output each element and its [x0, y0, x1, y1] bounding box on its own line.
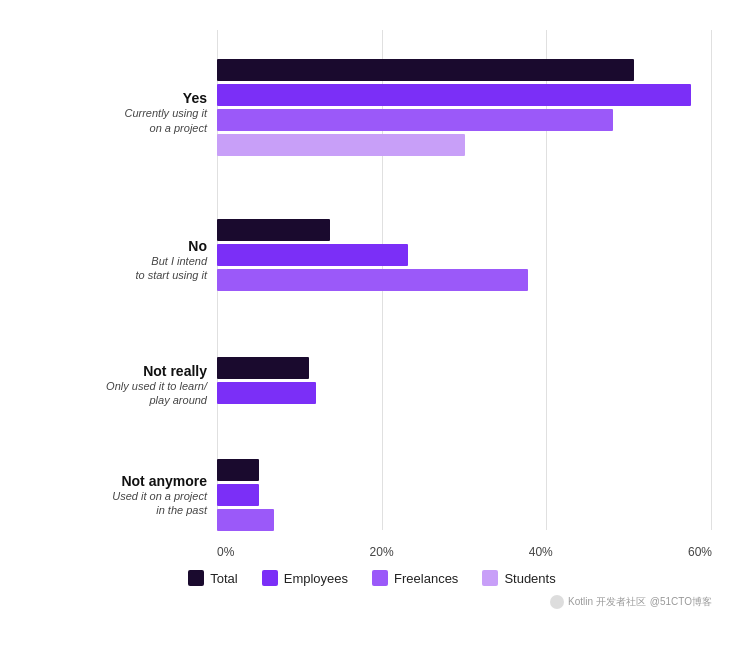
x-tick: 60% — [688, 545, 712, 559]
y-label-main-not-anymore: Not anymore — [121, 473, 207, 489]
bar-row-not-anymore-freelances — [217, 509, 712, 531]
y-label-sub-no: But I intendto start using it — [135, 254, 207, 283]
y-label-sub-yes: Currently using iton a project — [124, 106, 207, 135]
y-label-not-really: Not reallyOnly used it to learn/play aro… — [32, 325, 217, 445]
bars-section: 0%20%40%60% — [217, 30, 712, 560]
bar-row-not-really-total — [217, 357, 712, 379]
y-label-yes: YesCurrently using iton a project — [32, 30, 217, 195]
legend-item-students: Students — [482, 570, 555, 586]
y-labels: YesCurrently using iton a projectNoBut I… — [32, 30, 217, 560]
x-axis: 0%20%40%60% — [217, 545, 712, 561]
bar-row-not-anymore-employees — [217, 484, 712, 506]
y-label-main-yes: Yes — [183, 90, 207, 106]
watermark: Kotlin 开发者社区 @51CTO博客 — [32, 595, 712, 609]
x-tick: 40% — [529, 545, 553, 559]
legend-swatch-employees — [262, 570, 278, 586]
chart-area: YesCurrently using iton a projectNoBut I… — [32, 30, 712, 560]
bar-not-anymore-freelances — [217, 509, 274, 531]
y-label-main-not-really: Not really — [143, 363, 207, 379]
x-ticks: 0%20%40%60% — [217, 545, 712, 559]
bar-not-anymore-total — [217, 459, 259, 481]
bar-yes-employees — [217, 84, 691, 106]
watermark-text: Kotlin 开发者社区 — [568, 595, 646, 609]
y-label-sub-not-really: Only used it to learn/play around — [106, 379, 207, 408]
legend-item-total: Total — [188, 570, 237, 586]
bar-not-really-total — [217, 357, 309, 379]
legend-item-employees: Employees — [262, 570, 348, 586]
chart-container: YesCurrently using iton a projectNoBut I… — [12, 10, 732, 640]
bar-group-not-anymore — [217, 445, 712, 545]
bar-row-yes-total — [217, 59, 712, 81]
legend-swatch-total — [188, 570, 204, 586]
legend-label-employees: Employees — [284, 571, 348, 586]
bar-group-not-really — [217, 325, 712, 435]
bar-row-no-freelances — [217, 269, 712, 291]
bar-group-no — [217, 195, 712, 315]
bar-row-yes-students — [217, 134, 712, 156]
legend-label-total: Total — [210, 571, 237, 586]
bar-row-yes-employees — [217, 84, 712, 106]
legend-swatch-freelances — [372, 570, 388, 586]
y-label-main-no: No — [188, 238, 207, 254]
legend: TotalEmployeesFreelancesStudents — [32, 570, 712, 591]
x-tick: 20% — [370, 545, 394, 559]
bar-row-not-really-employees — [217, 382, 712, 404]
bar-row-no-total — [217, 219, 712, 241]
bar-row-no-employees — [217, 244, 712, 266]
bar-no-employees — [217, 244, 408, 266]
legend-swatch-students — [482, 570, 498, 586]
legend-label-freelances: Freelances — [394, 571, 458, 586]
bar-no-total — [217, 219, 330, 241]
watermark-subtext: @51CTO博客 — [650, 595, 712, 609]
x-tick: 0% — [217, 545, 234, 559]
y-label-not-anymore: Not anymoreUsed it on a projectin the pa… — [32, 445, 217, 545]
bar-group-yes — [217, 30, 712, 185]
bar-yes-total — [217, 59, 634, 81]
bar-row-not-anymore-total — [217, 459, 712, 481]
bar-not-anymore-employees — [217, 484, 259, 506]
legend-label-students: Students — [504, 571, 555, 586]
y-label-no: NoBut I intendto start using it — [32, 195, 217, 325]
y-label-sub-not-anymore: Used it on a projectin the past — [112, 489, 207, 518]
bar-yes-freelances — [217, 109, 613, 131]
bar-not-really-employees — [217, 382, 316, 404]
bar-no-freelances — [217, 269, 528, 291]
bar-yes-students — [217, 134, 465, 156]
bar-groups-container — [217, 30, 712, 545]
bar-row-yes-freelances — [217, 109, 712, 131]
legend-item-freelances: Freelances — [372, 570, 458, 586]
watermark-icon — [550, 595, 564, 609]
